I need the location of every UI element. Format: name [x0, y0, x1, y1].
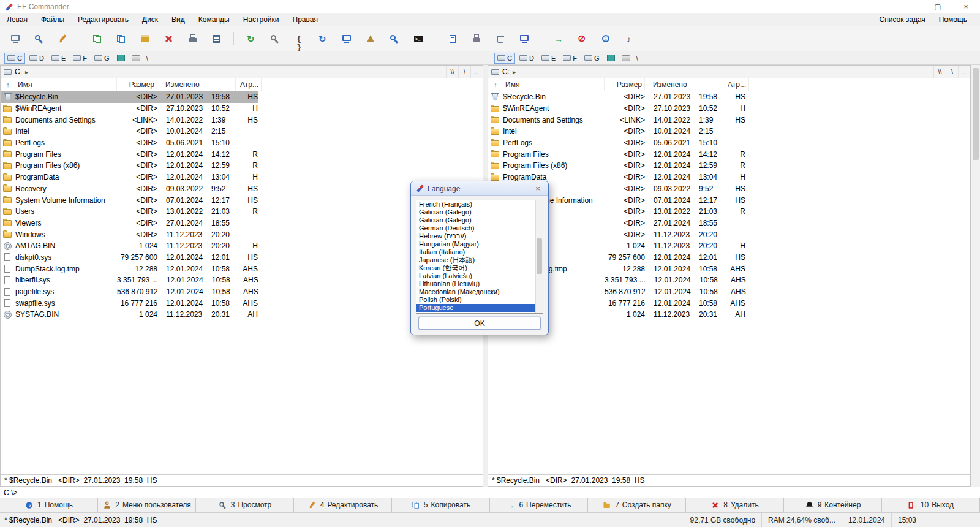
menu-item[interactable]: Команды — [192, 13, 236, 26]
file-row[interactable]: diskpt0.sys 79 257 600 12.01.2024 12:01 … — [1, 252, 258, 264]
recycle-bin-icon[interactable] — [489, 29, 511, 48]
ok-button[interactable]: OK — [418, 317, 541, 330]
sync-icon[interactable] — [312, 29, 334, 48]
column-header-name[interactable]: Имя — [15, 78, 117, 91]
language-option[interactable]: Korean (한국어) — [417, 264, 535, 272]
root-button[interactable]: \ — [458, 66, 470, 78]
file-row[interactable]: Documents and Settings <LINK> 14.01.2022… — [1, 114, 258, 126]
pack-icon[interactable] — [134, 29, 156, 48]
volume-icon[interactable] — [360, 29, 382, 48]
file-row[interactable]: $WinREAgent <DIR> 27.10.2023 10:52 H — [1, 103, 258, 115]
devices-button[interactable] — [132, 55, 140, 61]
menu-item[interactable]: Вид — [165, 13, 192, 26]
menu-item-right[interactable]: Помощь — [932, 13, 974, 26]
drive-d-button[interactable]: D — [26, 53, 47, 64]
desktop-button[interactable] — [117, 55, 125, 61]
file-row[interactable]: PerfLogs <DIR> 05.06.2021 15:10 — [488, 137, 745, 149]
notepad-icon[interactable] — [442, 29, 464, 48]
fn-exit-button[interactable]: 10 Выход — [882, 498, 980, 512]
parent-dir-button[interactable]: .. — [958, 66, 970, 78]
file-row[interactable]: Users <DIR> 13.01.2022 21:03 R — [1, 206, 258, 218]
column-header-size[interactable]: Размер — [605, 78, 645, 91]
menu-item[interactable]: Редактировать — [71, 13, 135, 26]
file-row[interactable]: Program Files <DIR> 12.01.2024 14:12 R — [488, 148, 745, 160]
drive-f-button[interactable]: F — [70, 53, 90, 64]
console-icon[interactable] — [407, 29, 429, 48]
panels-icon[interactable] — [4, 29, 26, 48]
dialog-scrollbar[interactable] — [535, 200, 543, 313]
language-option[interactable]: Polish (Polski) — [417, 296, 535, 304]
fn-move-button[interactable]: 6 Переместить — [490, 498, 588, 512]
column-header-size[interactable]: Размер — [117, 78, 157, 91]
command-line-input[interactable] — [0, 487, 980, 498]
file-row[interactable]: swapfile.sys 16 777 216 12.01.2024 10:58… — [1, 297, 258, 309]
dialog-titlebar[interactable]: Language × — [411, 181, 548, 196]
calculator-icon[interactable] — [206, 29, 228, 48]
delete-icon[interactable] — [158, 29, 180, 48]
column-header-name[interactable]: Имя — [503, 78, 605, 91]
maximize-button[interactable]: ▢ — [924, 0, 952, 13]
fn-edit-button[interactable]: 4 Редактировать — [294, 498, 392, 512]
info-icon[interactable] — [595, 29, 617, 48]
file-row[interactable]: Documents and Settings <LINK> 14.01.2022… — [488, 114, 745, 126]
fn-container-button[interactable]: 9 Контейнер — [784, 498, 882, 512]
quick-view-icon[interactable] — [28, 29, 50, 48]
drive-e-button[interactable]: E — [538, 53, 559, 64]
language-option[interactable]: Romanian (Română) — [417, 312, 535, 314]
language-option[interactable]: Latvian (Latviešu) — [417, 272, 535, 280]
fax-icon[interactable] — [466, 29, 488, 48]
dialog-scrollbar-thumb[interactable] — [537, 238, 542, 274]
drive-g-button[interactable]: G — [581, 53, 603, 64]
file-row[interactable]: Viewers <DIR> 27.01.2024 18:55 — [1, 218, 258, 229]
file-row[interactable]: Program Files (x86) <DIR> 12.01.2024 12:… — [488, 160, 745, 172]
copy-to-right-icon[interactable] — [110, 29, 132, 48]
file-row[interactable]: Recovery <DIR> 09.03.2022 9:52 HS — [1, 183, 258, 195]
find-files-icon[interactable] — [383, 29, 405, 48]
language-option[interactable]: Lithuanian (Lietuvių) — [417, 280, 535, 288]
desktop-button[interactable] — [607, 55, 615, 61]
language-option[interactable]: Galician (Galego) — [417, 216, 535, 224]
network-root-button[interactable]: \\ — [446, 66, 458, 78]
root-button[interactable]: \ — [946, 66, 958, 78]
drive-e-button[interactable]: E — [48, 53, 69, 64]
language-option[interactable]: Portuguese — [417, 304, 535, 312]
fn-new-folder-button[interactable]: 7 Создать папку — [588, 498, 686, 512]
column-header-attr[interactable]: Атр... — [723, 78, 749, 91]
menu-item-right[interactable]: Список задач — [873, 13, 932, 26]
file-row[interactable]: System Volume Information <DIR> 07.01.20… — [1, 194, 258, 206]
close-button[interactable]: × — [952, 0, 980, 13]
network-root-button[interactable]: \\ — [933, 66, 946, 78]
file-row[interactable]: Windows <DIR> 11.12.2023 20:20 — [1, 229, 258, 240]
column-header-attr[interactable]: Атр... — [236, 78, 262, 91]
fn-copy-button[interactable]: 5 Копировать — [392, 498, 490, 512]
devices-button[interactable] — [622, 55, 630, 61]
refresh-icon[interactable] — [240, 29, 262, 48]
file-row[interactable]: hiberfil.sys 3 351 793 ... 12.01.2024 10… — [1, 275, 258, 286]
file-row[interactable]: Program Files (x86) <DIR> 12.01.2024 12:… — [1, 160, 258, 172]
copy-to-left-icon[interactable] — [86, 29, 108, 48]
file-row[interactable]: Intel <DIR> 10.01.2024 2:15 — [488, 126, 745, 137]
minimize-button[interactable]: – — [895, 0, 924, 13]
file-row[interactable]: SYSTAG.BIN 1 024 11.12.2023 20:31 AH — [1, 309, 258, 320]
drive-d-button[interactable]: D — [516, 53, 537, 64]
file-row[interactable]: $Recycle.Bin <DIR> 27.01.2023 19:58 HS — [488, 91, 745, 103]
compare-icon[interactable] — [288, 29, 310, 48]
vertical-scrollbar[interactable] — [971, 65, 980, 487]
drive-c-button[interactable]: C — [494, 53, 515, 64]
file-row[interactable]: pagefile.sys 536 870 912 12.01.2024 10:5… — [1, 286, 258, 298]
column-header-modified[interactable]: Изменено — [157, 78, 236, 91]
file-row[interactable]: PerfLogs <DIR> 05.06.2021 15:10 — [1, 137, 258, 149]
menu-item[interactable]: Файлы — [34, 13, 71, 26]
file-row[interactable]: $Recycle.Bin <DIR> 27.01.2023 19:58 HS — [1, 91, 258, 103]
file-row[interactable]: ProgramData <DIR> 12.01.2024 13:04 H — [1, 172, 258, 183]
dialog-close-button[interactable]: × — [532, 184, 543, 193]
multimedia-icon[interactable] — [619, 29, 641, 48]
menu-item[interactable]: Левая — [0, 13, 34, 26]
scrollbar-thumb[interactable] — [973, 68, 979, 160]
drive-c-button[interactable]: C — [4, 53, 25, 64]
drive-g-button[interactable]: G — [91, 53, 113, 64]
search-icon[interactable] — [264, 29, 286, 48]
language-option[interactable]: Italian (Italiano) — [417, 248, 535, 256]
abort-icon[interactable] — [571, 29, 594, 48]
language-option[interactable]: French (Français) — [417, 200, 535, 208]
